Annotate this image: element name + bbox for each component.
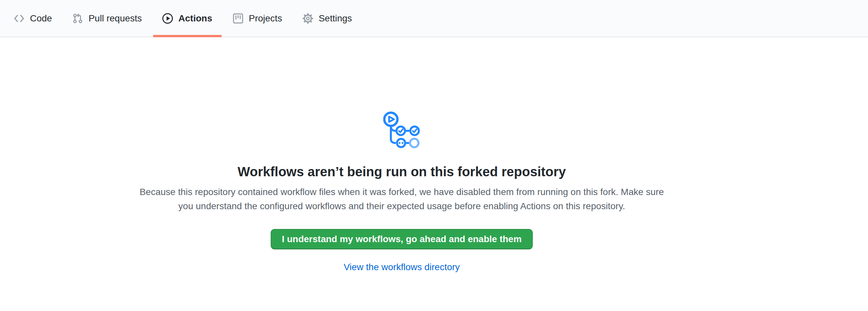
blankslate-description: Because this repository contained workfl… — [136, 185, 668, 213]
repo-nav: Code Pull requests Actions — [0, 0, 868, 37]
tab-actions[interactable]: Actions — [153, 0, 222, 37]
code-icon — [14, 13, 24, 24]
workflow-graph-icon — [383, 111, 420, 149]
play-circle-icon — [162, 13, 173, 24]
git-pull-request-icon — [72, 13, 83, 24]
tab-label: Actions — [179, 14, 212, 23]
enable-workflows-button[interactable]: I understand my workflows, go ahead and … — [271, 229, 533, 249]
tab-label: Pull requests — [89, 14, 142, 23]
project-board-icon — [233, 13, 243, 24]
view-workflows-directory-link[interactable]: View the workflows directory — [344, 262, 460, 273]
tab-code[interactable]: Code — [5, 0, 61, 37]
actions-blankslate: Workflows aren’t being run on this forke… — [0, 37, 803, 273]
tab-settings[interactable]: Settings — [293, 0, 361, 37]
gear-icon — [303, 13, 313, 24]
blankslate-heading: Workflows aren’t being run on this forke… — [238, 163, 566, 180]
tab-label: Projects — [249, 14, 282, 23]
tab-projects[interactable]: Projects — [224, 0, 291, 37]
tab-pull-requests[interactable]: Pull requests — [63, 0, 151, 37]
tab-label: Settings — [319, 14, 352, 23]
tab-label: Code — [30, 14, 52, 23]
